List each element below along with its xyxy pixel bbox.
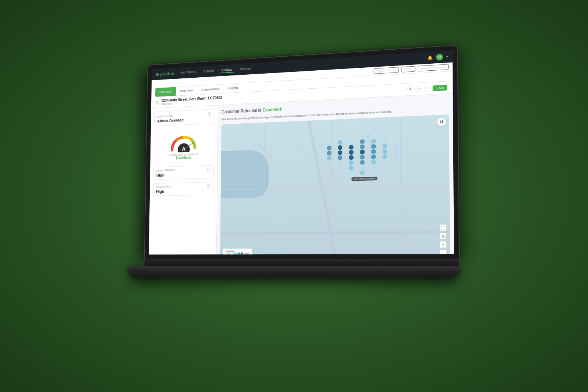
- address-left: 1234 Main Street, Fort Worth TX 70692 Ta…: [156, 95, 222, 106]
- nav-explore[interactable]: Explore: [202, 68, 215, 74]
- legend-row: Potential: [226, 250, 249, 252]
- map-controls: ⛶ ◎ + −: [439, 224, 447, 254]
- nav-right: 🔔 CJ ▾: [427, 53, 448, 61]
- share-button[interactable]: Share: [401, 66, 415, 72]
- main-panels: SITE SCORE i Above Average: [149, 93, 454, 254]
- screen-wrapper: predict My Reports Explore Analyze Setti…: [145, 45, 459, 258]
- gauge-letter: A: [181, 146, 185, 152]
- tab-map-view[interactable]: Map View: [176, 86, 197, 96]
- customer-potential-text: Customer Potential is Excellent!: [222, 106, 283, 114]
- legend-high-label: High: [245, 252, 249, 254]
- tab-summary[interactable]: Summary: [155, 87, 176, 96]
- nav-settings[interactable]: Settings: [238, 66, 252, 72]
- laptop-bottom: [128, 266, 460, 277]
- right-panel: Customer Potential is Excellent! Measure…: [216, 93, 454, 254]
- pause-icon: [440, 120, 443, 123]
- legend-dot-4: [241, 252, 243, 254]
- left-panel: SITE SCORE i Above Average: [149, 105, 218, 255]
- address-icons: ⚙ ↗ ♡ + Add: [407, 84, 447, 92]
- legend-dot-2: [234, 252, 237, 254]
- site-score-section: SITE SCORE i Above Average: [154, 109, 215, 126]
- heart-icon[interactable]: ♡: [424, 85, 430, 91]
- content-area: 1234 Main Street, Fort Worth TX 70692 Ta…: [149, 81, 454, 254]
- bell-icon[interactable]: 🔔: [427, 55, 433, 60]
- retail-traffic-info-icon[interactable]: i: [207, 167, 210, 171]
- gauge-svg: A: [167, 130, 201, 152]
- unsave-icon: ↩: [443, 65, 446, 69]
- settings-icon[interactable]: ⚙: [407, 86, 413, 92]
- hamburger-icon: [156, 73, 159, 76]
- nav-logo: predict: [156, 71, 175, 76]
- legend-dots: [231, 252, 243, 254]
- app-logo-text: predict: [160, 71, 174, 76]
- laptop-container: predict My Reports Explore Analyze Setti…: [128, 53, 460, 340]
- legend-row-dots: Low High: [226, 252, 249, 254]
- pause-button[interactable]: [437, 117, 446, 126]
- retail-traffic-section: RETAIL TRAFFIC i High: [153, 165, 214, 180]
- hex-cluster-main: [297, 136, 438, 239]
- map-container: 1.2% (5%) Customers ⛶: [220, 114, 450, 254]
- customer-count-label: 1.2% (5%) Customers: [351, 177, 378, 181]
- tab-comparables[interactable]: Comparables: [197, 84, 224, 95]
- tab-insights[interactable]: Insights: [224, 83, 243, 93]
- add-button[interactable]: + Add: [433, 84, 447, 91]
- fullscreen-button[interactable]: ⛶: [439, 224, 447, 231]
- legend-dot-1: [231, 252, 234, 254]
- nav-my-reports[interactable]: My Reports: [179, 69, 197, 76]
- user-avatar[interactable]: CJ: [436, 53, 443, 60]
- competition-info-icon[interactable]: i: [207, 184, 210, 188]
- target-button[interactable]: ◎: [439, 232, 447, 239]
- zoom-out-button[interactable]: −: [440, 249, 447, 254]
- location-dot-icon: [156, 101, 159, 104]
- gauge-value: Excellent: [176, 156, 191, 160]
- plus-icon: +: [436, 86, 438, 89]
- add-label: Add: [438, 86, 444, 89]
- gauge-container: A CUSTOMER POTENTIAL Excellent: [153, 127, 214, 163]
- screen-inner: predict My Reports Explore Analyze Setti…: [149, 50, 454, 254]
- chevron-down-icon: ▾: [446, 55, 448, 58]
- share-icon[interactable]: ↗: [415, 85, 422, 92]
- site-score-info-icon[interactable]: i: [208, 112, 211, 116]
- save-to-scout-button[interactable]: Save to Scout: [374, 67, 399, 74]
- map-legend: Potential Low: [223, 248, 252, 254]
- legend-label: Potential: [226, 250, 234, 252]
- unsave-report-button[interactable]: Unsave Report ↩: [418, 64, 449, 71]
- competition-section: COMPETITION i High: [153, 181, 214, 196]
- nav-analyze[interactable]: Analyze: [220, 67, 234, 73]
- legend-dot-3: [237, 252, 240, 254]
- zoom-in-button[interactable]: +: [440, 241, 447, 248]
- legend-low-label: Low: [226, 252, 230, 254]
